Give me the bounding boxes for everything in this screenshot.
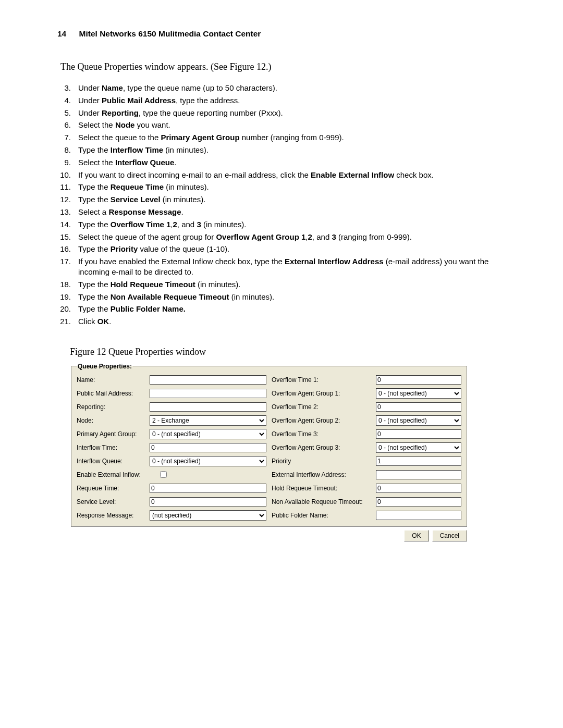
interflow-queue-label: Interflow Queue: [77,458,150,465]
requeue-time-label: Requeue Time: [77,485,150,492]
overflow-agent-group-2-label: Overflow Agent Group 2: [272,417,376,424]
public-folder-name-label: Public Folder Name: [272,512,376,519]
step-item: 12.Type the Service Level (in minutes). [57,194,506,207]
step-item: 21.Click OK. [57,316,506,329]
priority-label: Priority [272,458,376,465]
step-item: 18.Type the Hold Requeue Timeout (in min… [57,279,506,292]
step-item: 16.Type the Priority value of the queue … [57,244,506,256]
page-title: Mitel Networks 6150 Mulitmedia Contact C… [79,29,261,38]
right-column: Overflow Time 1: Overflow Agent Group 1:… [272,373,461,522]
step-item: 8.Type the Interflow Time (in minutes). [57,145,506,157]
overflow-agent-group-3-label: Overflow Agent Group 3: [272,444,376,451]
name-input[interactable] [150,375,266,385]
step-item: 9.Select the Interflow Queue. [57,157,506,170]
interflow-time-label: Interflow Time: [77,444,150,451]
overflow-time-1-input[interactable] [376,375,461,385]
requeue-time-input[interactable] [150,484,266,493]
node-label: Node: [77,417,150,424]
left-column: Name: Public Mail Address: Reporting: No… [77,373,266,522]
step-item: 20.Type the Public Folder Name. [57,304,506,316]
overflow-time-1-label: Overflow Time 1: [272,376,376,384]
step-item: 6.Select the Node you want. [57,120,506,132]
interflow-time-input[interactable] [150,443,266,452]
step-item: 14.Type the Overflow Time 1,2, and 3 (in… [57,219,506,232]
primary-agent-group-select[interactable]: 0 - (not specified) [150,429,266,439]
ok-button[interactable]: OK [404,530,429,541]
reporting-label: Reporting: [77,403,150,411]
public-mail-input[interactable] [150,389,266,398]
enable-external-inflow-label: Enable External Inflow: [77,471,160,478]
figure-caption: Figure 12 Queue Properties window [70,347,506,357]
step-item: 4.Under Public Mail Address, type the ad… [57,95,506,108]
step-item: 10.If you want to direct incoming e-mail… [57,170,506,182]
step-item: 19.Type the Non Available Requeue Timeou… [57,292,506,304]
overflow-agent-group-1-label: Overflow Agent Group 1: [272,390,376,397]
external-interflow-address-input[interactable] [376,470,461,479]
overflow-time-3-label: Overflow Time 3: [272,430,376,438]
service-level-input[interactable] [150,497,266,507]
hold-requeue-timeout-label: Hold Requeue Timeout: [272,485,376,492]
response-message-select[interactable]: (not specified) [150,510,266,521]
name-label: Name: [77,376,150,384]
service-level-label: Service Level: [77,498,150,505]
overflow-agent-group-2-select[interactable]: 0 - (not specified) [376,415,461,426]
step-item: 15.Select the queue of the agent group f… [57,232,506,244]
step-item: 7.Select the queue to the Primary Agent … [57,132,506,145]
group-legend: Queue Properties: [77,363,133,370]
steps-list: 3.Under Name, type the queue name (up to… [57,83,506,329]
step-item: 5.Under Reporting, type the queue report… [57,108,506,120]
enable-external-inflow-checkbox[interactable] [160,471,167,478]
page-header: 14 Mitel Networks 6150 Mulitmedia Contac… [57,29,506,39]
cancel-button[interactable]: Cancel [432,530,467,541]
overflow-time-2-input[interactable] [376,402,461,412]
step-item: 11.Type the Requeue Time (in minutes). [57,182,506,194]
overflow-time-3-input[interactable] [376,429,461,439]
intro-text: The Queue Properties window appears. (Se… [60,61,506,72]
priority-input[interactable] [376,456,461,466]
step-item: 3.Under Name, type the queue name (up to… [57,83,506,95]
overflow-agent-group-3-select[interactable]: 0 - (not specified) [376,442,461,453]
interflow-queue-select[interactable]: 0 - (not specified) [150,456,266,466]
public-folder-name-input[interactable] [376,511,461,520]
page-number: 14 [57,29,66,39]
step-item: 17.If you have enabled the External Infl… [57,256,506,279]
primary-agent-group-label: Primary Agent Group: [77,430,150,438]
hold-requeue-timeout-input[interactable] [376,484,461,493]
step-item: 13.Select a Response Message. [57,207,506,219]
non-available-requeue-timeout-label: Non Available Requeue Timeout: [272,498,376,505]
public-mail-label: Public Mail Address: [77,390,150,397]
response-message-label: Response Message: [77,512,150,519]
queue-properties-window: Queue Properties: Name: Public Mail Addr… [71,363,467,541]
external-interflow-address-label: External Interflow Address: [272,471,376,478]
node-select[interactable]: 2 - Exchange [150,415,266,426]
non-available-requeue-timeout-input[interactable] [376,497,461,507]
overflow-time-2-label: Overflow Time 2: [272,403,376,411]
overflow-agent-group-1-select[interactable]: 0 - (not specified) [376,388,461,399]
reporting-input[interactable] [150,402,266,412]
